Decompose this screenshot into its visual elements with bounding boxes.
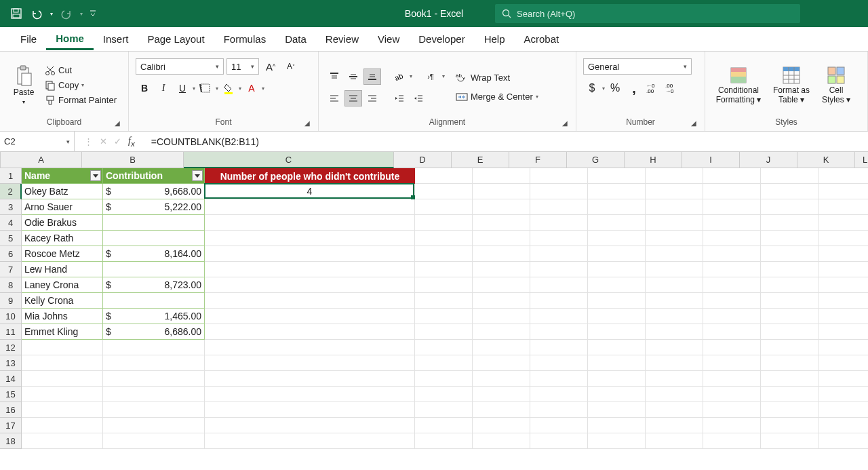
cell-A7[interactable]: Lew Hand	[22, 262, 103, 277]
tab-data[interactable]: Data	[275, 29, 316, 49]
cell-G17[interactable]	[588, 418, 646, 433]
increase-decimal-button[interactable]: ←0.00	[644, 80, 662, 96]
cell-B15[interactable]	[103, 387, 205, 402]
row-header-6[interactable]: 6	[0, 246, 22, 262]
cell-K2[interactable]	[818, 184, 868, 199]
cell-D16[interactable]	[415, 402, 473, 418]
cell-G12[interactable]	[588, 340, 646, 355]
decrease-indent-button[interactable]	[391, 90, 408, 106]
cell-A9[interactable]: Kelly Crona	[22, 293, 103, 309]
redo-button[interactable]	[57, 4, 76, 23]
clipboard-dialog-launcher[interactable]: ◢	[115, 119, 120, 127]
filter-button-A[interactable]	[90, 170, 101, 181]
cell-E1[interactable]	[473, 168, 530, 184]
cell-I12[interactable]	[703, 340, 761, 355]
cell-F12[interactable]	[530, 340, 588, 355]
cell-I13[interactable]	[703, 355, 761, 371]
cell-K9[interactable]	[818, 293, 868, 309]
cell-D18[interactable]	[415, 433, 473, 449]
cell-H8[interactable]	[646, 277, 703, 293]
cell-C17[interactable]	[205, 418, 415, 433]
cell-E10[interactable]	[473, 309, 530, 324]
cell-H18[interactable]	[646, 433, 703, 449]
cell-D14[interactable]	[415, 371, 473, 387]
cell-E13[interactable]	[473, 355, 530, 371]
cell-B2[interactable]: $9,668.00	[103, 184, 205, 199]
cell-C9[interactable]	[205, 293, 415, 309]
cell-G4[interactable]	[588, 215, 646, 231]
align-center-button[interactable]	[344, 90, 362, 106]
search-box[interactable]: Search (Alt+Q)	[495, 4, 800, 23]
cell-F13[interactable]	[530, 355, 588, 371]
cell-A4[interactable]: Odie Brakus	[22, 215, 103, 231]
cell-G18[interactable]	[588, 433, 646, 449]
font-color-button[interactable]: A	[243, 80, 260, 96]
tab-help[interactable]: Help	[475, 29, 515, 49]
cell-E4[interactable]	[473, 215, 530, 231]
cell-B9[interactable]	[103, 293, 205, 309]
cell-C1[interactable]: Number of people who didn't contribute	[205, 168, 415, 184]
cell-J9[interactable]	[761, 293, 818, 309]
cell-J17[interactable]	[761, 418, 818, 433]
cell-B4[interactable]	[103, 215, 205, 231]
cell-E12[interactable]	[473, 340, 530, 355]
cell-A13[interactable]	[22, 355, 103, 371]
cell-G3[interactable]	[588, 199, 646, 215]
cell-B11[interactable]: $6,686.00	[103, 324, 205, 340]
align-middle-button[interactable]	[344, 68, 362, 85]
name-box[interactable]: C2 ▾	[0, 132, 75, 151]
cell-G5[interactable]	[588, 231, 646, 246]
cell-H14[interactable]	[646, 371, 703, 387]
cell-I14[interactable]	[703, 371, 761, 387]
cell-B17[interactable]	[103, 418, 205, 433]
decrease-decimal-button[interactable]: .00→0	[663, 80, 681, 96]
cell-K15[interactable]	[818, 387, 868, 402]
cell-A6[interactable]: Roscoe Metz	[22, 246, 103, 262]
cell-C18[interactable]	[205, 433, 415, 449]
tab-acrobat[interactable]: Acrobat	[515, 29, 569, 49]
cell-I3[interactable]	[703, 199, 761, 215]
cell-B5[interactable]	[103, 231, 205, 246]
conditional-formatting-button[interactable]: Conditional Formatting ▾	[712, 66, 765, 104]
accounting-format-button[interactable]: $	[583, 80, 601, 96]
cell-F7[interactable]	[530, 262, 588, 277]
cell-C12[interactable]	[205, 340, 415, 355]
undo-dropdown[interactable]: ▾	[47, 4, 56, 23]
cell-B14[interactable]	[103, 371, 205, 387]
cell-K17[interactable]	[818, 418, 868, 433]
cell-F10[interactable]	[530, 309, 588, 324]
cell-I17[interactable]	[703, 418, 761, 433]
cell-F15[interactable]	[530, 387, 588, 402]
cell-A2[interactable]: Okey Batz	[22, 184, 103, 199]
tab-file[interactable]: File	[11, 29, 46, 49]
tab-view[interactable]: View	[368, 29, 409, 49]
cell-F17[interactable]	[530, 418, 588, 433]
cell-B1[interactable]: Contribution	[103, 168, 205, 184]
number-format-combo[interactable]: General▾	[583, 58, 692, 75]
underline-button[interactable]: U	[174, 80, 191, 96]
cell-A1[interactable]: Name	[22, 168, 103, 184]
cell-K12[interactable]	[818, 340, 868, 355]
cell-E2[interactable]	[473, 184, 530, 199]
cell-J4[interactable]	[761, 215, 818, 231]
paste-button[interactable]: Paste ▾	[7, 65, 41, 104]
percent-format-button[interactable]: %	[606, 80, 624, 96]
cell-G7[interactable]	[588, 262, 646, 277]
col-header-E[interactable]: E	[452, 152, 509, 168]
row-header-18[interactable]: 18	[0, 433, 22, 449]
cell-H16[interactable]	[646, 402, 703, 418]
cell-A12[interactable]	[22, 340, 103, 355]
cell-J11[interactable]	[761, 324, 818, 340]
cell-J3[interactable]	[761, 199, 818, 215]
cell-H11[interactable]	[646, 324, 703, 340]
cell-C10[interactable]	[205, 309, 415, 324]
align-right-button[interactable]	[363, 90, 381, 106]
text-direction-button[interactable]: ›¶	[420, 68, 441, 85]
cell-F9[interactable]	[530, 293, 588, 309]
cell-E16[interactable]	[473, 402, 530, 418]
cell-I6[interactable]	[703, 246, 761, 262]
align-top-button[interactable]	[326, 68, 343, 85]
col-header-G[interactable]: G	[567, 152, 625, 168]
row-header-3[interactable]: 3	[0, 199, 22, 215]
cell-H2[interactable]	[646, 184, 703, 199]
